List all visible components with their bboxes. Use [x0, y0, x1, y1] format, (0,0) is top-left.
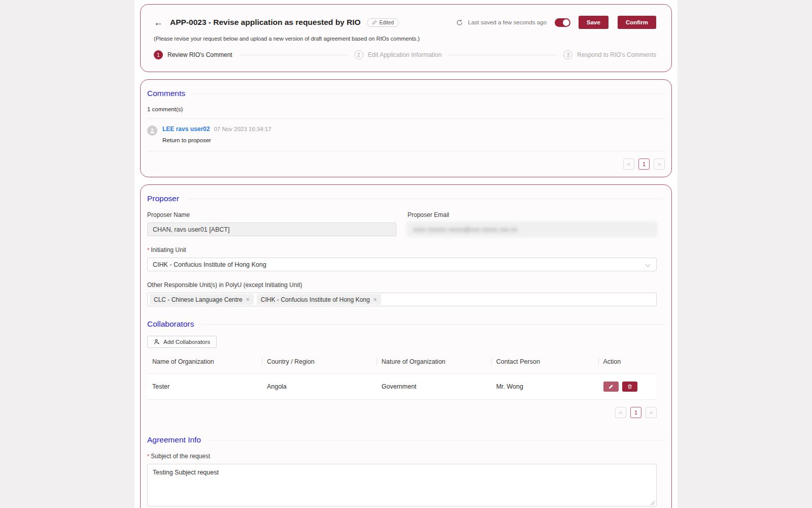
cell-contact-person: Mr. Wong [491, 374, 598, 400]
column-nature-of-organization: Nature of Organization [377, 353, 491, 374]
comment-item: LEE ravs user02 07 Nov 2023 16:34:17 Ret… [147, 119, 665, 151]
delete-collaborator-button[interactable] [622, 382, 637, 392]
row-actions [603, 382, 652, 392]
next-page-button[interactable]: > [654, 158, 665, 170]
required-marker: * [147, 247, 149, 253]
collaborators-pagination: < 1 > [147, 407, 657, 418]
other-units-group: Other Responsible Unit(s) in PolyU (exce… [147, 281, 657, 306]
comment-author-link[interactable]: LEE ravs user02 [162, 125, 210, 133]
next-page-button[interactable]: > [646, 407, 657, 418]
page-title: APP-0023 - Revise application as request… [170, 18, 361, 27]
comments-section-head: Comments [147, 89, 665, 98]
other-units-multiselect[interactable]: CLC - Chinese Language Centre × CIHK - C… [147, 293, 657, 306]
table-header-row: Name of Organization Country / Region Na… [147, 353, 657, 374]
add-person-icon [154, 339, 160, 345]
other-units-label: Other Responsible Unit(s) in PolyU (exce… [147, 281, 657, 289]
column-contact-person: Contact Person [491, 353, 598, 374]
prev-page-button[interactable]: < [615, 407, 626, 418]
comment-content: LEE ravs user02 07 Nov 2023 16:34:17 Ret… [162, 125, 272, 143]
agreement-info-section-title: Agreement Info [147, 435, 201, 444]
edit-collaborator-button[interactable] [603, 382, 619, 392]
comments-pagination: < 1 > [147, 158, 665, 170]
agreement-section-body: *Subject of the request 23 / 500 *Type o… [147, 453, 665, 508]
initiating-unit-label-text: Initiating Unit [151, 246, 186, 253]
unit-tag-label: CLC - Chinese Language Centre [154, 296, 243, 303]
agreement-info-section-head: Agreement Info [147, 435, 665, 444]
comment-timestamp: 07 Nov 2023 16:34:17 [214, 126, 271, 132]
collaborators-section-title: Collaborators [147, 320, 194, 329]
subject-label-text: Subject of the request [151, 453, 210, 460]
page-1-button[interactable]: 1 [630, 407, 641, 418]
toggle-knob [563, 19, 569, 26]
step-connector [449, 55, 556, 55]
wizard-stepper: 1 Review RIO's Comment 2 Edit Applicatio… [154, 50, 656, 59]
trash-icon [627, 384, 632, 389]
section-rule [187, 199, 665, 199]
remove-tag-icon[interactable]: × [246, 296, 250, 303]
proposer-email-field [408, 223, 657, 236]
user-avatar-icon [147, 125, 157, 136]
autosave-status-text: Last saved a few seconds ago [468, 19, 547, 25]
subject-group: *Subject of the request 23 / 500 [147, 453, 657, 508]
section-rule [202, 324, 665, 325]
step-2-label: Edit Application Information [368, 51, 442, 58]
step-3-indicator: 3 [563, 50, 572, 59]
step-review-rio-comment[interactable]: 1 Review RIO's Comment [154, 50, 232, 59]
initiating-unit-select[interactable]: CIHK - Confucius Institute of Hong Kong [147, 258, 657, 271]
comment-body: Return to proposer [162, 137, 272, 143]
cell-nature: Government [377, 374, 491, 400]
pencil-icon [372, 20, 377, 25]
required-marker: * [147, 453, 149, 459]
unit-tag: CLC - Chinese Language Centre × [150, 294, 254, 305]
column-action: Action [598, 353, 657, 374]
proposer-section-body: Proposer Name Proposer Email *Initiating… [147, 211, 665, 306]
cell-country: Angola [262, 374, 377, 400]
edited-badge-label: Edited [380, 20, 394, 25]
proposer-section-head: Proposer [147, 194, 665, 203]
step-1-label: Review RIO's Comment [167, 51, 232, 58]
divider [147, 151, 665, 151]
proposer-grid: Proposer Name Proposer Email [147, 211, 657, 236]
page-1-button[interactable]: 1 [638, 158, 650, 170]
collaborators-table: Name of Organization Country / Region Na… [147, 353, 657, 400]
edit-pencil-icon [608, 384, 614, 389]
collaborators-section-body: Add Collaborators Name of Organization C… [147, 329, 665, 418]
step-connector [240, 55, 347, 55]
initiating-unit-group: *Initiating Unit CIHK - Confucius Instit… [147, 246, 657, 271]
save-button[interactable]: Save [579, 16, 608, 29]
page-subtitle: (Please revise your request below and up… [154, 36, 656, 42]
add-collaborators-label: Add Collaborators [163, 339, 210, 345]
section-rule [193, 93, 665, 94]
cell-organization-name: Tester [147, 374, 262, 400]
subject-textarea[interactable] [147, 464, 657, 506]
back-arrow-icon[interactable]: ← [154, 18, 163, 27]
step-edit-application-information[interactable]: 2 Edit Application Information [354, 50, 442, 59]
header-card: ← APP-0023 - Revise application as reque… [140, 4, 672, 72]
resize-handle-icon[interactable] [650, 500, 655, 505]
header-actions: Last saved a few seconds ago Save Confir… [456, 16, 656, 29]
proposer-name-field [147, 223, 396, 236]
proposer-name-group: Proposer Name [147, 211, 396, 236]
collaborators-section-head: Collaborators [147, 320, 665, 329]
initiating-unit-value: CIHK - Confucius Institute of Hong Kong [153, 261, 266, 268]
add-collaborators-button[interactable]: Add Collaborators [147, 336, 217, 348]
comments-card: Comments 1 comment(s) LEE ravs user02 07… [140, 79, 672, 177]
step-3-label: Respond to RIO's Comments [577, 51, 656, 58]
proposer-email-group: Proposer Email [408, 211, 657, 236]
step-2-indicator: 2 [354, 50, 363, 59]
autosave-toggle[interactable] [555, 18, 570, 27]
proposer-email-label: Proposer Email [408, 211, 657, 218]
unit-tag: CIHK - Confucius Institute of Hong Kong … [257, 294, 381, 305]
application-form-card: Proposer Proposer Name Proposer Email *I… [140, 184, 672, 508]
edited-status-badge: Edited [367, 18, 399, 27]
subject-label: *Subject of the request [147, 453, 657, 460]
chevron-down-icon [646, 262, 651, 267]
section-rule [209, 440, 665, 440]
title-row: ← APP-0023 - Revise application as reque… [154, 16, 656, 29]
step-respond-to-rio-comments[interactable]: 3 Respond to RIO's Comments [563, 50, 656, 59]
initiating-unit-label: *Initiating Unit [147, 246, 657, 253]
prev-page-button[interactable]: < [623, 158, 634, 170]
remove-tag-icon[interactable]: × [374, 296, 377, 303]
proposer-name-label: Proposer Name [147, 211, 396, 218]
confirm-button[interactable]: Confirm [618, 16, 656, 29]
